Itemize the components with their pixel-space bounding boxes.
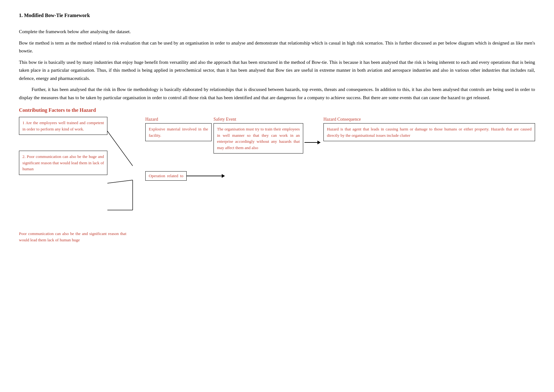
hazard-to-safety-arrow xyxy=(187,176,225,176)
consequence-column: Hazard Consequence Hazard is that agent … xyxy=(322,117,535,141)
intro-paragraph-4: Further, it has been analysed that the r… xyxy=(19,86,535,102)
operation-related: related xyxy=(167,173,178,178)
safety-column: Safety Event The organisation must try t… xyxy=(212,117,303,154)
hazard-label: Hazard xyxy=(145,117,212,122)
section-title: 1. Modified Bow-Tie Framework xyxy=(19,13,535,18)
operation-row: Operation related to xyxy=(145,171,212,181)
intro-paragraph-1: Complete the framework below after analy… xyxy=(19,28,535,36)
operation-to: to xyxy=(180,173,183,178)
safety-to-consequence-arrow xyxy=(303,117,322,143)
operation-box: Operation related to xyxy=(145,171,187,181)
bowtie-diagram: 1 Are the employees well trained and com… xyxy=(19,117,535,224)
page-content: 1. Modified Bow-Tie Framework Complete t… xyxy=(19,13,535,243)
intro-paragraph-2: Bow tie method is term as the method rel… xyxy=(19,39,535,55)
safety-label: Safety Event xyxy=(214,117,303,122)
left-factors-column: 1 Are the employees well trained and com… xyxy=(19,117,117,175)
consequence-label: Hazard Consequence xyxy=(323,117,535,122)
bottom-note: Poor communication can also be the and s… xyxy=(19,231,126,243)
hazard-column: Hazard Explosive material involved in th… xyxy=(142,117,212,181)
safety-box: The organisation must try to train their… xyxy=(214,123,303,154)
svg-line-1 xyxy=(107,180,133,183)
hazard-box: Explosive material involved in the facil… xyxy=(145,123,212,141)
consequence-box: Hazard is that agent that leads in causi… xyxy=(323,123,535,141)
factor-box-1: 1 Are the employees well trained and com… xyxy=(19,117,107,135)
contributing-title: Contributing Factors to the Hazard xyxy=(19,107,535,113)
intro-paragraph-3: This bow tie is basically used by many i… xyxy=(19,58,535,83)
operation-label: Operation xyxy=(149,173,165,178)
factor-box-2: 2. Poor communication can also be the hu… xyxy=(19,151,107,175)
